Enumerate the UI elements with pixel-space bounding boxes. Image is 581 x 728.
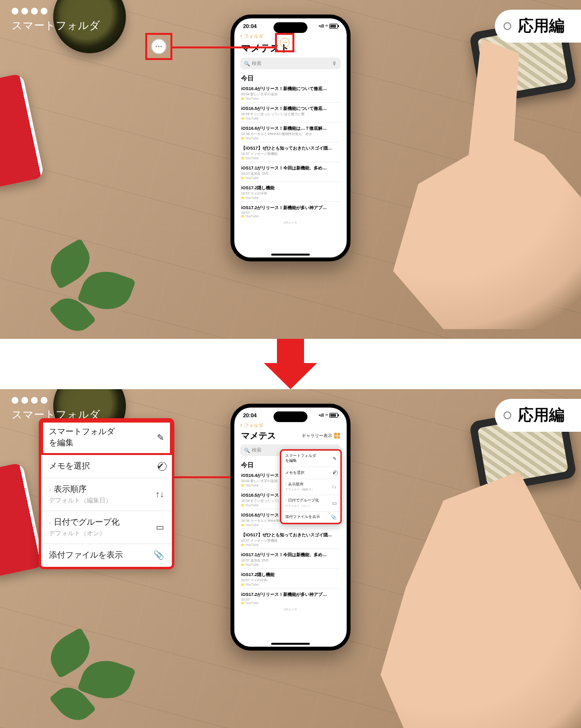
iphone-frame: 20:04 •ıll ⌔ フォルダ マメテス ギャラリー表示 🔍 — [230, 404, 351, 651]
menu-show-attachments[interactable]: 添付ファイルを表示 📎 — [281, 512, 340, 523]
highlight-connector — [173, 476, 230, 478]
chevron-right-icon: › — [285, 498, 287, 502]
brand-dots — [12, 8, 47, 15]
note-title: iOS17.2がリリース！新機能が多い神アプ… — [241, 205, 340, 211]
battery-icon — [329, 24, 338, 29]
context-menu-popover: スマートフォルダ を編集 ✎ メモを選択 ✔︎⃝ ›表示順序デフォルト（編集日）… — [280, 449, 342, 524]
home-indicator[interactable] — [271, 643, 310, 645]
note-title: iOS16.6がリリース！新機能は…？徹底解… — [241, 125, 340, 132]
prop-leaves — [29, 232, 155, 339]
note-row[interactable]: 【iOS17】ぜひとも知っておきたいスゴイ隠…16:57 メッセージ新機能You… — [234, 530, 347, 547]
arrows-up-down-icon: ↑↓ — [332, 484, 336, 489]
note-folder: YouTube — [241, 214, 340, 218]
note-row[interactable]: iOS16.6がリリース！新機能は…？徹底解…16:58 カーネルとWebKit… — [234, 123, 347, 141]
panel-after: スマートフォルダ 応用編 スマートフォルダ を編集 ✎ メモを選択 ✔︎⃝ ›表… — [0, 389, 581, 728]
search-placeholder: 検索 — [252, 447, 261, 454]
note-title: iOS17.1がリリース！今回は新機能、多め… — [241, 165, 340, 171]
paperclip-icon: 📎 — [153, 550, 164, 561]
note-folder: YouTube — [241, 156, 340, 160]
footer-count: 8件のメモ — [234, 606, 347, 614]
note-row[interactable]: iOS16.5がリリース！新機能について徹底…16:59 すぐに使ったっていいほ… — [234, 104, 347, 121]
note-subtitle: 16:57 メッセージ新機能 — [241, 152, 340, 156]
highlight-connector — [172, 46, 277, 48]
note-row[interactable]: iOS17.2がリリース！新機能が多い神アプ…16:57YouTube — [234, 590, 347, 606]
note-title: iOS17.1がリリース！今回は新機能、多め… — [241, 552, 340, 558]
note-folder: YouTube — [241, 176, 340, 180]
hand-pointing — [368, 471, 581, 728]
category-tag: 応用編 — [495, 399, 581, 432]
menu-show-attachments[interactable]: 添付ファイルを表示 📎 — [41, 544, 172, 567]
status-time: 20:04 — [243, 412, 257, 418]
highlight-more-button-callout — [145, 33, 172, 60]
chevron-right-icon: › — [49, 519, 51, 526]
note-folder: YouTube — [241, 136, 340, 140]
note-folder: YouTube — [241, 543, 340, 546]
prop-can — [0, 73, 45, 188]
prop-can — [0, 462, 45, 577]
menu-select-notes[interactable]: メモを選択 ✔︎⃝ — [41, 455, 172, 478]
footer-count: 8件のメモ — [234, 219, 347, 227]
menu-edit-smart-folder[interactable]: スマートフォルダ を編集 ✎ — [281, 451, 340, 467]
wifi-icon: ⌔ — [325, 413, 328, 418]
note-subtitle: 16:57 マメの中性 — [241, 191, 340, 196]
note-title: iOS16.5がリリース！新機能について徹底… — [241, 106, 340, 112]
note-subtitle: 16:57 — [241, 598, 340, 601]
note-subtitle: 16:59 すぐに使ったっていいほど魅力に愛 — [241, 112, 340, 117]
note-subtitle: 16:57 追加点 25/5 — [241, 171, 340, 176]
phone-screen: 20:04 •ıll ⌔ フォルダ マメテス ギャラリー表示 🔍 — [234, 408, 347, 647]
search-placeholder: 検索 — [252, 60, 261, 67]
section-today: 今日 — [234, 72, 347, 84]
arrows-up-down-icon: ↑↓ — [155, 489, 164, 500]
calendar-icon: ▭ — [156, 522, 164, 532]
gallery-view-button[interactable]: ギャラリー表示 — [302, 433, 340, 439]
menu-group-by-date[interactable]: ›日付でグループ化デフォルト（オン） ▭ — [281, 495, 340, 511]
note-folder: YouTube — [241, 117, 340, 120]
search-icon: 🔍 — [244, 448, 250, 453]
note-folder: YouTube — [241, 196, 340, 199]
paperclip-icon: 📎 — [331, 515, 336, 520]
note-row[interactable]: iOS17.1がリリース！今回は新機能、多め…16:57 追加点 25/5You… — [234, 163, 347, 181]
note-title: 【iOS17】ぜひとも知っておきたいスゴイ隠… — [241, 532, 340, 538]
menu-select-notes[interactable]: メモを選択 ✔︎⃝ — [281, 467, 340, 479]
note-row[interactable]: iOS17.1がリリース！今回は新機能、多め…16:57 追加点 25/5You… — [234, 550, 347, 567]
note-title: iOS16.4がリリース！新機能について徹底… — [241, 86, 340, 92]
context-menu-zoom: スマートフォルダ を編集 ✎ メモを選択 ✔︎⃝ ›表示順序 デフォルト（編集日… — [39, 418, 174, 569]
note-title: iOS17.2隠し機能 — [241, 185, 340, 191]
calendar-icon: ▭ — [332, 500, 336, 506]
chevron-right-icon: › — [49, 486, 51, 493]
note-folder: YouTube — [241, 583, 340, 586]
signal-icon: •ıll — [319, 24, 324, 29]
phone-screen: 20:04 •ıll ⌔ フォルダ マメテスト 🔍 検索 🎙 今日 iOS16.… — [234, 18, 347, 258]
menu-sort-order[interactable]: ›表示順序デフォルト（編集日） ↑↓ — [281, 479, 340, 495]
note-row[interactable]: iOS17.2がリリース！新機能が多い神アプ…16:57YouTube — [234, 203, 347, 219]
pencil-icon: ✎ — [333, 456, 336, 461]
mic-icon[interactable]: 🎙 — [332, 61, 337, 66]
note-folder: YouTube — [241, 601, 340, 605]
pencil-icon: ✎ — [157, 432, 164, 443]
wifi-icon: ⌔ — [325, 24, 328, 29]
brand-label: スマートフォルダ — [12, 18, 100, 33]
note-row[interactable]: 【iOS17】ぜひとも知っておきたいスゴイ隠…16:57 メッセージ新機能You… — [234, 143, 347, 161]
home-indicator[interactable] — [271, 254, 310, 256]
check-circle-icon: ✔︎⃝ — [157, 461, 164, 471]
menu-group-by-date[interactable]: ›日付でグループ化 デフォルト（オン） ▭ — [41, 511, 172, 544]
menu-edit-smart-folder[interactable]: スマートフォルダ を編集 ✎ — [41, 421, 172, 455]
check-circle-icon: ✔︎⃝ — [333, 470, 336, 476]
brand-dots — [12, 397, 47, 404]
folder-title: マメテス — [241, 430, 276, 441]
note-folder: YouTube — [241, 97, 340, 100]
note-subtitle: 16:57 追加点 25/5 — [241, 558, 340, 563]
menu-sort-order[interactable]: ›表示順序 デフォルト（編集日） ↑↓ — [41, 478, 172, 511]
note-subtitle: 16:57 メッセージ新機能 — [241, 538, 340, 543]
note-title: iOS17.2がリリース！新機能が多い神アプ… — [241, 592, 340, 598]
prop-leaves — [29, 622, 155, 728]
note-row[interactable]: iOS17.2隠し機能16:57 マメの中性YouTube — [234, 570, 347, 587]
battery-icon — [329, 413, 338, 418]
note-title: iOS17.2隠し機能 — [241, 572, 340, 578]
panel-before: スマートフォルダ 応用編 20:04 •ıll ⌔ フォルダ マメテスト — [0, 0, 581, 339]
category-tag: 応用編 — [495, 10, 581, 43]
note-row[interactable]: iOS17.2隠し機能16:57 マメの中性YouTube — [234, 183, 347, 200]
search-field[interactable]: 🔍 検索 🎙 — [240, 58, 341, 69]
note-row[interactable]: iOS16.4がリリース！新機能について徹底…20:04 新しい文字の追加You… — [234, 84, 347, 101]
note-subtitle: 16:57 — [241, 211, 340, 214]
